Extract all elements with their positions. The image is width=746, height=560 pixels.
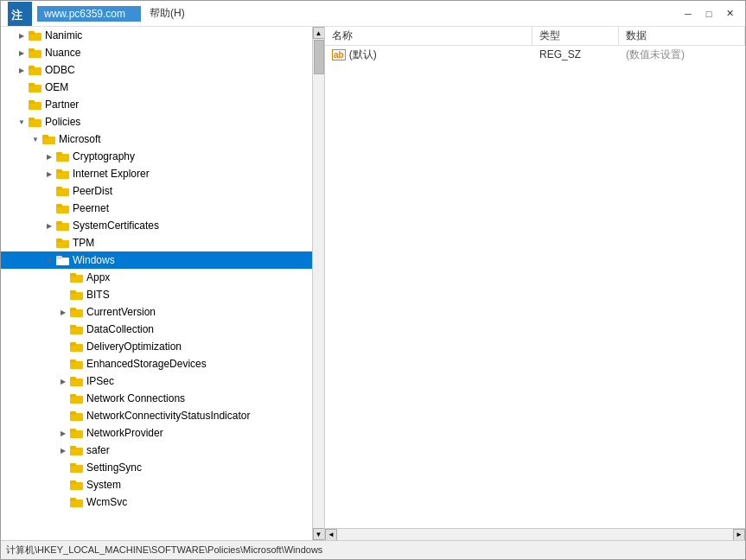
svg-rect-51 [70, 446, 76, 449]
svg-rect-21 [56, 187, 62, 190]
expander-wcm_svc[interactable] [56, 495, 70, 509]
expander-enhanced_storage[interactable] [56, 357, 70, 371]
svg-rect-37 [70, 325, 76, 328]
tree-label-enhanced_storage: EnhancedStorageDevices [86, 358, 207, 370]
expander-system_certificates[interactable]: ▶ [42, 219, 56, 232]
expander-windows[interactable]: ▼ [42, 253, 56, 267]
minimize-button[interactable]: ─ [679, 5, 697, 22]
help-menu[interactable]: 帮助(H) [146, 6, 188, 21]
tree-item-current_version[interactable]: ▶ CurrentVersion [1, 303, 324, 321]
expander-ipsec[interactable]: ▶ [56, 374, 70, 388]
tree-item-oem[interactable]: OEM [1, 79, 324, 96]
hscroll-right[interactable]: ► [733, 529, 745, 541]
tree-item-odbc[interactable]: ▶ ODBC [1, 61, 324, 79]
tree-item-peerdist[interactable]: PeerDist [1, 182, 324, 200]
folder-icon-bits [70, 289, 84, 301]
expander-delivery_optimization[interactable] [56, 340, 70, 353]
folder-icon-enhanced_storage [70, 358, 84, 370]
hscroll-left[interactable]: ◄ [325, 529, 337, 541]
close-button[interactable]: ✕ [721, 5, 738, 22]
tree-label-cryptography: Cryptography [73, 150, 135, 162]
title-bar: 注 www.pc6359.com 帮助(H) ─ □ ✕ [1, 1, 745, 27]
expander-bits[interactable] [56, 288, 70, 302]
address-display[interactable]: www.pc6359.com [37, 6, 141, 22]
tree-item-delivery_optimization[interactable]: DeliveryOptimization [1, 338, 324, 355]
tree-item-data_collection[interactable]: DataCollection [1, 321, 324, 338]
tree-label-nanimic: Nanimic [45, 29, 82, 41]
svg-rect-23 [56, 204, 62, 207]
folder-icon-peerdist [56, 185, 70, 197]
tree-item-tpm[interactable]: TPM [1, 234, 324, 251]
tree-item-peernet[interactable]: Peernet [1, 200, 324, 217]
tree-container: ▶ Nanimic▶ Nuance▶ ODBC OEM Partner▼ Pol… [1, 27, 324, 511]
tree-item-network_provider[interactable]: ▶ NetworkProvider [1, 424, 324, 442]
tree-label-network_connections: Network Connections [86, 392, 185, 404]
expander-tpm[interactable] [42, 236, 56, 250]
tree-item-bits[interactable]: BITS [1, 286, 324, 303]
scroll-down-arrow[interactable]: ▼ [313, 528, 325, 540]
tree-item-policies[interactable]: ▼ Policies [1, 113, 324, 130]
folder-icon-oem [29, 81, 42, 93]
detail-hscrollbar[interactable]: ◄ ► [325, 528, 745, 540]
col-data: 数据 [619, 27, 745, 45]
expander-safer[interactable]: ▶ [56, 443, 70, 457]
tree-item-nanimic[interactable]: ▶ Nanimic [1, 27, 324, 44]
scroll-up-arrow[interactable]: ▲ [313, 27, 325, 39]
svg-rect-13 [29, 118, 35, 121]
tree-label-internet_explorer: Internet Explorer [73, 168, 150, 180]
expander-peerdist[interactable] [42, 184, 56, 198]
expander-peernet[interactable] [42, 201, 56, 215]
folder-icon-partner [29, 99, 42, 111]
tree-item-wcm_svc[interactable]: WcmSvc [1, 493, 324, 511]
expander-nuance[interactable]: ▶ [15, 46, 29, 60]
expander-policies[interactable]: ▼ [15, 115, 29, 129]
tree-item-internet_explorer[interactable]: ▶ Internet Explorer [1, 165, 324, 182]
expander-odbc[interactable]: ▶ [15, 63, 29, 77]
tree-item-ncsi[interactable]: NetworkConnectivityStatusIndicator [1, 407, 324, 424]
tree-item-enhanced_storage[interactable]: EnhancedStorageDevices [1, 355, 324, 372]
svg-rect-49 [70, 429, 76, 432]
expander-network_provider[interactable]: ▶ [56, 426, 70, 440]
svg-rect-55 [70, 480, 76, 484]
expander-nanimic[interactable]: ▶ [15, 29, 29, 42]
tree-label-microsoft: Microsoft [59, 133, 101, 145]
expander-ncsi[interactable] [56, 409, 70, 423]
tree-item-network_connections[interactable]: Network Connections [1, 390, 324, 407]
svg-rect-11 [29, 100, 35, 104]
tree-item-windows[interactable]: ▼ Windows [1, 251, 324, 269]
tree-scrollbar[interactable]: ▲ ▼ [312, 27, 324, 540]
expander-microsoft[interactable]: ▼ [29, 132, 42, 146]
expander-network_connections[interactable] [56, 391, 70, 405]
tree-label-system: System [86, 479, 121, 491]
expander-setting_sync[interactable] [56, 461, 70, 474]
expander-data_collection[interactable] [56, 322, 70, 336]
folder-icon-windows [56, 254, 70, 266]
expander-oem[interactable] [15, 80, 29, 94]
tree-label-policies: Policies [45, 116, 80, 128]
tree-label-current_version: CurrentVersion [86, 306, 156, 318]
svg-rect-47 [70, 411, 76, 415]
expander-system[interactable] [56, 478, 70, 492]
tree-item-appx[interactable]: Appx [1, 269, 324, 286]
expander-partner[interactable] [15, 98, 29, 111]
tree-panel[interactable]: ▶ Nanimic▶ Nuance▶ ODBC OEM Partner▼ Pol… [1, 27, 325, 540]
tree-item-cryptography[interactable]: ▶ Cryptography [1, 148, 324, 165]
tree-item-nuance[interactable]: ▶ Nuance [1, 44, 324, 61]
expander-appx[interactable] [56, 270, 70, 284]
registry-editor-window: 注 www.pc6359.com 帮助(H) ─ □ ✕ ▶ Nanimic▶ … [0, 0, 746, 560]
tree-item-partner[interactable]: Partner [1, 96, 324, 113]
maximize-button[interactable]: □ [700, 5, 717, 22]
tree-item-system_certificates[interactable]: ▶ SystemCertificates [1, 217, 324, 234]
scroll-thumb[interactable] [314, 40, 324, 74]
tree-item-microsoft[interactable]: ▼ Microsoft [1, 130, 324, 148]
expander-cryptography[interactable]: ▶ [42, 150, 56, 163]
svg-rect-15 [42, 135, 48, 138]
detail-row-default[interactable]: ab (默认) REG_SZ (数值未设置) [325, 46, 745, 63]
tree-item-ipsec[interactable]: ▶ IPSec [1, 372, 324, 390]
tree-item-setting_sync[interactable]: SettingSync [1, 459, 324, 476]
tree-item-safer[interactable]: ▶ safer [1, 442, 324, 459]
expander-internet_explorer[interactable]: ▶ [42, 167, 56, 181]
expander-current_version[interactable]: ▶ [56, 305, 70, 319]
col-name: 名称 [325, 27, 532, 45]
tree-item-system[interactable]: System [1, 476, 324, 493]
